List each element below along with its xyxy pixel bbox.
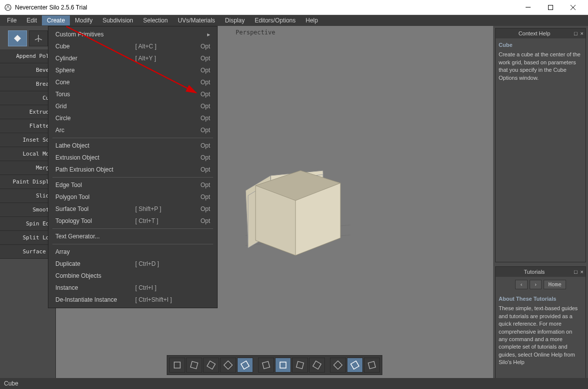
tool-local-mov[interactable]: Local Mov [0, 147, 55, 161]
menuitem-torus[interactable]: TorusOpt [48, 88, 217, 100]
svg-marker-3 [14, 35, 21, 42]
tool-break[interactable]: Break [0, 77, 55, 91]
toolbar-shape1-icon[interactable] [169, 358, 185, 373]
context-help-heading: Cube [499, 41, 583, 49]
tool-flatten[interactable]: Flatten [0, 119, 55, 133]
window-title: Nevercenter Silo 2.5.6 Trial [15, 4, 517, 11]
panel-close-icon[interactable]: × [581, 269, 584, 275]
toolbar-select-icon[interactable] [347, 358, 363, 373]
toolbar-shape2-icon[interactable] [186, 358, 202, 373]
context-help-panel: Context Help □ × Cube Create a cube at t… [495, 28, 586, 262]
svg-rect-34 [263, 362, 270, 369]
tool-slide[interactable]: Slide [0, 189, 55, 203]
menuitem-surface-tool[interactable]: Surface Tool[ Shift+P ]Opt [48, 203, 217, 215]
menuitem-text-generator---[interactable]: Text Generator... [48, 230, 217, 242]
menuitem-cylinder[interactable]: Cylinder[ Alt+Y ]Opt [48, 52, 217, 64]
menuitem-instance[interactable]: Instance[ Ctrl+I ] [48, 282, 217, 294]
menuitem-topology-tool[interactable]: Topology Tool[ Ctrl+T ]Opt [48, 215, 217, 227]
menu-subdivision[interactable]: Subdivision [97, 15, 138, 25]
tool-paint-displa[interactable]: Paint Displa [0, 175, 55, 189]
tool-surface-t[interactable]: Surface T [0, 245, 55, 259]
svg-rect-30 [191, 362, 198, 369]
svg-rect-36 [296, 362, 304, 369]
cube-overlay [246, 156, 350, 265]
svg-rect-38 [334, 361, 342, 370]
menu-display[interactable]: Display [220, 15, 250, 25]
tutorials-body: These simple, text-based guides and tuto… [499, 305, 583, 366]
svg-rect-32 [224, 361, 233, 370]
menuitem-duplicate[interactable]: Duplicate[ Ctrl+D ] [48, 258, 217, 270]
menuitem-grid[interactable]: GridOpt [48, 100, 217, 112]
tool-append-poly[interactable]: Append Poly [0, 49, 55, 63]
bottom-toolbar [167, 355, 382, 375]
toolbar-axis4-icon[interactable] [309, 358, 325, 373]
menuitem-array[interactable]: Array [48, 246, 217, 258]
viewport-label: Perspective [236, 29, 275, 36]
mode-icon-2[interactable] [29, 30, 48, 46]
tool-split-loo[interactable]: Split Loo [0, 231, 55, 245]
menuitem-circle[interactable]: CircleOpt [48, 112, 217, 124]
close-button[interactable] [562, 0, 584, 14]
menubar: FileEditCreateModifySubdivisionSelection… [0, 15, 588, 26]
toolbar-axis3-icon[interactable] [292, 358, 308, 373]
tool-extrude[interactable]: Extrude [0, 105, 55, 119]
menuitem-path-extrusion-object[interactable]: Path Extrusion ObjectOpt [48, 164, 217, 176]
panel-maximize-icon[interactable]: □ [574, 30, 578, 36]
panel-maximize-icon[interactable]: □ [574, 269, 578, 275]
toolbar-shape4-icon[interactable] [220, 358, 236, 373]
window-titlebar: Nevercenter Silo 2.5.6 Trial [0, 0, 588, 15]
tool-spin-edg[interactable]: Spin Edg [0, 217, 55, 231]
toolbar-axis2-icon[interactable] [275, 358, 291, 373]
toolbar-curve1-icon[interactable] [330, 358, 346, 373]
menuitem-cone[interactable]: ConeOpt [48, 76, 217, 88]
menuitem-arc[interactable]: ArcOpt [48, 124, 217, 136]
menu-modify[interactable]: Modify [70, 15, 97, 25]
menuitem-polygon-tool[interactable]: Polygon ToolOpt [48, 191, 217, 203]
menu-file[interactable]: File [2, 15, 21, 25]
menuitem-cube[interactable]: Cube[ Alt+C ]Opt [48, 40, 217, 52]
menu-selection[interactable]: Selection [138, 15, 173, 25]
context-help-body: Create a cube at the center of the work … [499, 51, 583, 82]
svg-rect-40 [368, 362, 376, 369]
tutorials-heading: About These Tutorials [499, 295, 583, 303]
menu-uvsmaterials[interactable]: UVs/Materials [173, 15, 220, 25]
menuitem-sphere[interactable]: SphereOpt [48, 64, 217, 76]
panel-close-icon[interactable]: × [581, 30, 584, 36]
tool-smooth[interactable]: Smooth [0, 203, 55, 217]
app-icon [4, 3, 12, 11]
toolbar-axis1-icon[interactable] [258, 358, 274, 373]
svg-rect-39 [351, 361, 359, 369]
menuitem-de-instantiate-instance[interactable]: De-Instantiate Instance[ Ctrl+Shift+I ] [48, 294, 217, 306]
menuitem-edge-tool[interactable]: Edge ToolOpt [48, 179, 217, 191]
tutorials-panel: Tutorials □ × ‹ › Home About These Tutor… [495, 266, 586, 387]
create-dropdown: Custom Primitives▸Cube[ Alt+C ]OptCylind… [48, 26, 218, 308]
statusbar-text: Cube [4, 380, 18, 387]
menuitem-lathe-object[interactable]: Lathe ObjectOpt [48, 140, 217, 152]
toolbar-curve2-icon[interactable] [364, 358, 380, 373]
tutorials-title: Tutorials [498, 269, 571, 275]
right-panels: Context Help □ × Cube Create a cube at t… [493, 26, 588, 389]
menu-help[interactable]: Help [300, 15, 323, 25]
menuitem-extrusion-object[interactable]: Extrusion ObjectOpt [48, 152, 217, 164]
svg-rect-31 [207, 361, 215, 369]
tool-merge[interactable]: Merge [0, 161, 55, 175]
mode-icon-1[interactable] [8, 30, 27, 46]
menuitem-combine-objects[interactable]: Combine Objects [48, 270, 217, 282]
toolbar-shape3-icon[interactable] [203, 358, 219, 373]
menuitem-custom-primitives[interactable]: Custom Primitives▸ [48, 28, 217, 40]
menu-editorsoptions[interactable]: Editors/Options [250, 15, 300, 25]
toolbar-cube-icon[interactable] [237, 358, 253, 373]
tutorials-back-button[interactable]: ‹ [515, 280, 528, 289]
menu-edit[interactable]: Edit [21, 15, 42, 25]
tool-cut[interactable]: Cut [0, 91, 55, 105]
svg-rect-37 [313, 361, 321, 369]
menu-create[interactable]: Create [42, 15, 70, 25]
svg-rect-2 [548, 5, 553, 9]
tutorials-forward-button[interactable]: › [530, 280, 542, 289]
tool-inset-sca[interactable]: Inset Sca [0, 133, 55, 147]
maximize-button[interactable] [539, 0, 562, 14]
tool-bevel[interactable]: Bevel [0, 63, 55, 77]
minimize-button[interactable] [517, 0, 539, 14]
svg-rect-29 [174, 362, 180, 368]
tutorials-home-button[interactable]: Home [544, 280, 566, 289]
